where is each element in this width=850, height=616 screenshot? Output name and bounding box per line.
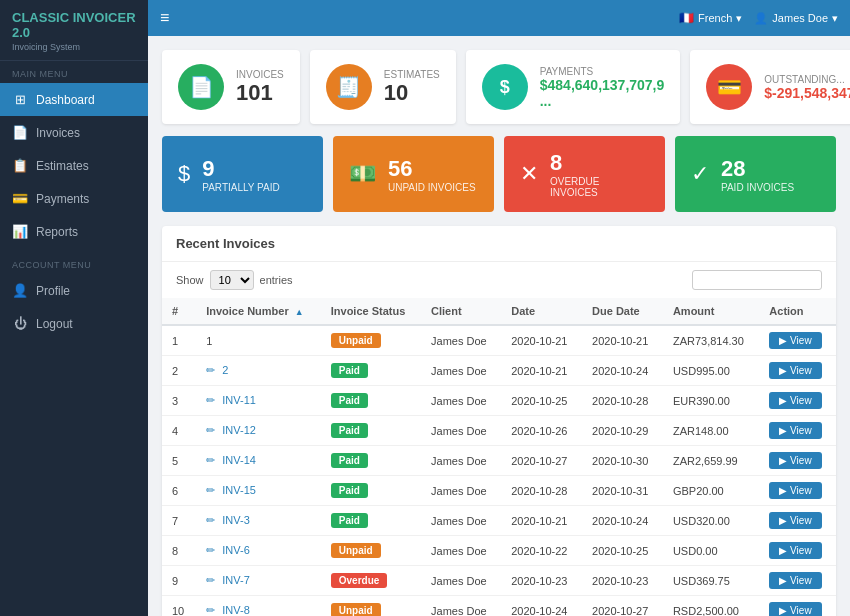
sidebar-item-payments[interactable]: 💳 Payments <box>0 182 148 215</box>
sidebar-item-logout[interactable]: ⏻ Logout <box>0 307 148 340</box>
summary-card-paid: ✓ 28 PAID INVOICES <box>675 136 836 212</box>
edit-icon[interactable]: ✏ <box>206 394 215 406</box>
entries-select[interactable]: 10 25 50 <box>210 270 254 290</box>
cash-icon: 💵 <box>349 161 376 187</box>
status-badge: Unpaid <box>331 333 381 348</box>
status-badge: Paid <box>331 423 368 438</box>
app-logo: CLASSIC INVOICER 2.0 Invoicing System <box>0 0 148 61</box>
invoice-number-cell: ✏ INV-6 <box>196 536 321 566</box>
col-status: Invoice Status <box>321 298 421 325</box>
invoice-link[interactable]: INV-11 <box>222 394 256 406</box>
due-date-cell: 2020-10-29 <box>582 416 663 446</box>
amount-cell: USD369.75 <box>663 566 759 596</box>
action-cell: ▶ View <box>759 325 836 356</box>
action-cell: ▶ View <box>759 386 836 416</box>
dashboard-icon: ⊞ <box>12 92 28 107</box>
sidebar-item-estimates[interactable]: 📋 Estimates <box>0 149 148 182</box>
edit-icon[interactable]: ✏ <box>206 484 215 496</box>
amount-cell: RSD2,500.00 <box>663 596 759 617</box>
topbar: ≡ 🇫🇷 French ▾ 👤 James Doe ▾ <box>148 0 850 36</box>
sidebar-item-dashboard[interactable]: ⊞ Dashboard <box>0 83 148 116</box>
invoice-number-cell: ✏ INV-8 <box>196 596 321 617</box>
col-amount: Amount <box>663 298 759 325</box>
table-row: 8 ✏ INV-6 Unpaid James Doe 2020-10-22 20… <box>162 536 836 566</box>
language-selector[interactable]: 🇫🇷 French ▾ <box>679 11 742 25</box>
sort-icon: ▲ <box>295 307 304 317</box>
hamburger-button[interactable]: ≡ <box>160 9 169 27</box>
summary-card-overdue: ✕ 8 OVERDUE INVOICES <box>504 136 665 212</box>
status-badge: Overdue <box>331 573 388 588</box>
view-button[interactable]: ▶ View <box>769 452 821 469</box>
user-icon: 👤 <box>754 12 768 25</box>
sidebar: CLASSIC INVOICER 2.0 Invoicing System Ma… <box>0 0 148 616</box>
invoice-link[interactable]: INV-8 <box>222 604 250 616</box>
invoice-link[interactable]: INV-15 <box>222 484 256 496</box>
status-cell: Unpaid <box>321 536 421 566</box>
col-client: Client <box>421 298 501 325</box>
edit-icon[interactable]: ✏ <box>206 364 215 376</box>
payments-stat-label: PAYMENTS <box>540 66 665 77</box>
sidebar-item-label: Invoices <box>36 126 80 140</box>
client-cell: James Doe <box>421 566 501 596</box>
table-row: 2 ✏ 2 Paid James Doe 2020-10-21 2020-10-… <box>162 356 836 386</box>
sidebar-item-profile[interactable]: 👤 Profile <box>0 274 148 307</box>
date-cell: 2020-10-27 <box>501 446 582 476</box>
invoice-link[interactable]: INV-12 <box>222 424 256 436</box>
invoice-link[interactable]: INV-7 <box>222 574 250 586</box>
client-cell: James Doe <box>421 386 501 416</box>
search-input[interactable] <box>692 270 822 290</box>
status-cell: Unpaid <box>321 325 421 356</box>
profile-icon: 👤 <box>12 283 28 298</box>
edit-icon[interactable]: ✏ <box>206 574 215 586</box>
col-date: Date <box>501 298 582 325</box>
view-button[interactable]: ▶ View <box>769 602 821 616</box>
view-button[interactable]: ▶ View <box>769 542 821 559</box>
row-num: 1 <box>162 325 196 356</box>
status-cell: Paid <box>321 356 421 386</box>
date-cell: 2020-10-25 <box>501 386 582 416</box>
view-button[interactable]: ▶ View <box>769 512 821 529</box>
row-num: 3 <box>162 386 196 416</box>
table-row: 7 ✏ INV-3 Paid James Doe 2020-10-21 2020… <box>162 506 836 536</box>
view-button[interactable]: ▶ View <box>769 422 821 439</box>
sidebar-item-label: Reports <box>36 225 78 239</box>
invoice-link[interactable]: INV-14 <box>222 454 256 466</box>
user-menu[interactable]: 👤 James Doe ▾ <box>754 12 838 25</box>
app-subtitle: Invoicing System <box>12 42 136 52</box>
topbar-right: 🇫🇷 French ▾ 👤 James Doe ▾ <box>679 11 838 25</box>
view-button[interactable]: ▶ View <box>769 362 821 379</box>
payments-stat-value: $484,640,137,707,9... <box>540 77 665 109</box>
view-button[interactable]: ▶ View <box>769 482 821 499</box>
view-button[interactable]: ▶ View <box>769 572 821 589</box>
unpaid-count: 56 <box>388 156 476 182</box>
view-button[interactable]: ▶ View <box>769 332 821 349</box>
edit-icon[interactable]: ✏ <box>206 544 215 556</box>
amount-cell: USD320.00 <box>663 506 759 536</box>
action-cell: ▶ View <box>759 506 836 536</box>
summary-info-overdue: 8 OVERDUE INVOICES <box>550 150 649 198</box>
action-cell: ▶ View <box>759 446 836 476</box>
row-num: 10 <box>162 596 196 617</box>
show-label: Show <box>176 274 204 286</box>
edit-icon[interactable]: ✏ <box>206 514 215 526</box>
estimates-stat-label: ESTIMATES <box>384 69 440 80</box>
sidebar-item-label: Profile <box>36 284 70 298</box>
edit-icon[interactable]: ✏ <box>206 604 215 616</box>
invoice-link[interactable]: INV-6 <box>222 544 250 556</box>
summary-info-paid: 28 PAID INVOICES <box>721 156 794 193</box>
date-cell: 2020-10-24 <box>501 596 582 617</box>
invoices-table: # Invoice Number ▲ Invoice Status Client… <box>162 298 836 616</box>
sidebar-item-label: Dashboard <box>36 93 95 107</box>
edit-icon[interactable]: ✏ <box>206 454 215 466</box>
view-button[interactable]: ▶ View <box>769 392 821 409</box>
sidebar-item-invoices[interactable]: 📄 Invoices <box>0 116 148 149</box>
invoices-icon: 📄 <box>12 125 28 140</box>
edit-icon[interactable]: ✏ <box>206 424 215 436</box>
invoice-link[interactable]: 2 <box>222 364 228 376</box>
invoice-link[interactable]: INV-3 <box>222 514 250 526</box>
partially-paid-count: 9 <box>202 156 279 182</box>
status-badge: Unpaid <box>331 543 381 558</box>
page-content: 📄 INVOICES 101 🧾 ESTIMATES 10 $ PAYMENTS <box>148 36 850 616</box>
due-date-cell: 2020-10-31 <box>582 476 663 506</box>
sidebar-item-reports[interactable]: 📊 Reports <box>0 215 148 248</box>
